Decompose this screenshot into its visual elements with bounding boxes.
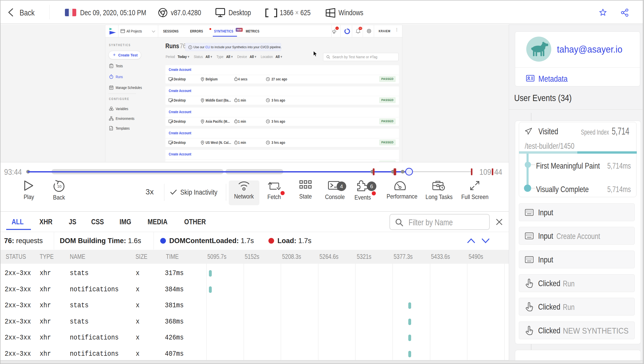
svg-text:10: 10 <box>57 184 62 188</box>
